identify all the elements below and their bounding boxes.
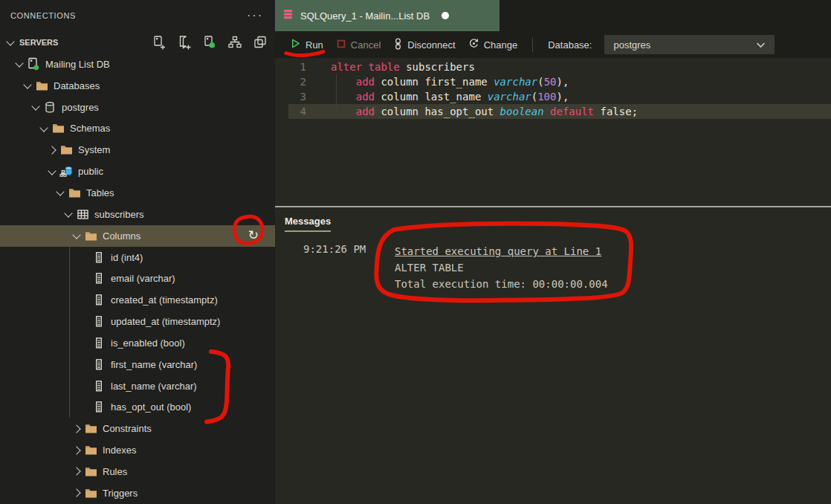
code-line[interactable]: add column first_name varchar(50), [331,74,638,89]
code-content[interactable]: alter table subscribers add column first… [331,59,638,119]
tree-item-public[interactable]: public [0,161,275,182]
chevron-placeholder [79,358,91,370]
code-line[interactable]: add column has_opt_out boolean default f… [331,104,638,119]
folder-icon [84,229,97,242]
code-token: column last_name [375,91,488,103]
new-server-group-icon[interactable] [177,35,192,50]
collapse-all-icon[interactable] [253,35,268,50]
schema-icon [59,165,73,178]
code-token: 50 [544,76,557,88]
database-value: postgres [613,39,650,51]
sql-tool-window: CONNECTIONS ··· SERVERS Mailing List DBD… [0,0,831,504]
chevron-right-icon[interactable] [71,445,83,456]
sql-editor[interactable]: 1234 alter table subscribers add column … [275,58,831,206]
tree-item-label: Mailing List DB [45,59,110,70]
message-line: Total execution time: 00:00:00.004 [395,276,608,292]
tree-item-id-int4[interactable]: id (int4) [0,247,275,268]
tree-item-mailing-list-db[interactable]: Mailing List DB [0,54,275,75]
disconnect-icon [393,38,403,52]
tab-sqlquery-1[interactable]: SQLQuery_1 - Mailin...List DB [275,0,499,31]
tree-item-label: public [78,166,103,177]
code-token: add [356,76,375,88]
tree-item-label: updated_at (timestamptz) [111,316,220,327]
tree-item-email-varchar[interactable]: email (varchar) [0,268,275,289]
chevron-right-icon[interactable] [71,487,83,499]
code-line[interactable]: alter table subscribers [331,59,638,74]
chevron-down-icon[interactable] [30,101,42,113]
tree-item-schemas[interactable]: Schemas [0,118,275,140]
server-group-view-icon[interactable] [227,35,242,50]
tree-item-updated-at-timestamptz[interactable]: updated_at (timestamptz) [0,311,275,332]
database-dropdown[interactable]: postgres [604,35,775,54]
code-token [331,106,356,117]
tree-item-is-enabled-bool[interactable]: is_enabled (bool) [0,332,275,354]
toolbar-separator [532,38,533,52]
code-token: default [550,106,594,117]
code-token: ), [556,91,569,103]
refresh-icon[interactable]: ↻ [248,230,259,242]
chevron-down-icon[interactable] [71,230,83,242]
code-token: 100 [537,91,556,103]
chevron-placeholder [79,251,91,263]
tree-item-first-name-varchar[interactable]: first_name (varchar) [0,354,275,375]
more-actions-icon[interactable]: ··· [247,12,263,19]
connections-title: CONNECTIONS [10,11,76,20]
sidebar-title-row: CONNECTIONS ··· [0,0,275,31]
chevron-down-icon[interactable] [22,80,33,91]
change-connection-button[interactable]: Change [468,38,518,51]
chevron-placeholder [79,337,91,349]
tree-item-system[interactable]: System [0,139,275,161]
code-token: add [356,106,375,117]
chevron-placeholder [79,294,91,306]
cancel-button[interactable]: Cancel [336,39,381,51]
tree-item-postgres[interactable]: postgres [0,97,275,118]
chevron-down-icon[interactable] [38,123,50,135]
tree-item-rules[interactable]: Rules [0,461,275,482]
change-connection-icon [468,38,479,51]
active-connections-icon[interactable] [202,35,217,50]
tree-item-has-opt-out-bool[interactable]: has_opt_out (bool) [0,397,275,419]
column-icon [92,336,106,349]
chevron-placeholder [79,401,91,413]
code-line[interactable]: add column last_name varchar(100), [331,89,638,104]
results-panel: Messages 9:21:26 PM Started executing qu… [275,206,831,504]
disconnect-button[interactable]: Disconnect [393,38,455,52]
tree-item-label: first_name (varchar) [111,359,197,370]
tree-item-databases[interactable]: Databases [0,75,275,97]
chevron-down-icon[interactable] [46,166,58,178]
tab-messages[interactable]: Messages [285,216,331,232]
tree-item-label: Databases [54,80,100,91]
chevron-right-icon[interactable] [71,465,83,477]
chevron-down-icon[interactable] [4,36,16,48]
tree-item-columns[interactable]: Columns↻ [0,225,275,247]
tree-item-constraints[interactable]: Constraints [0,418,275,439]
table-icon [76,207,89,221]
unsaved-dot[interactable] [442,12,449,19]
tree-item-tables[interactable]: Tables [0,182,275,204]
code-token [331,76,356,88]
tree-item-subscribers[interactable]: subscribers [0,204,275,225]
line-number: 1 [275,59,306,74]
tree-item-label: Constraints [103,423,152,434]
servers-section-header[interactable]: SERVERS [0,31,275,54]
tree-item-indexes[interactable]: Indexes [0,439,275,461]
column-icon [92,294,106,307]
message-timestamp: 9:21:26 PM [303,243,366,255]
chevron-right-icon[interactable] [71,423,83,435]
chevron-right-icon[interactable] [46,144,58,156]
tree-item-label: System [78,144,110,155]
code-token: varchar [494,76,537,88]
chevron-down-icon[interactable] [54,187,66,198]
tree-item-triggers[interactable]: Triggers [0,482,275,504]
tree-item-label: is_enabled (bool) [111,337,185,349]
run-button[interactable]: Run [290,38,323,51]
chevron-down-icon[interactable] [13,58,25,70]
tree-item-label: subscribers [94,209,143,220]
message-link[interactable]: Started executing query at Line 1 [395,243,608,259]
tree-item-last-name-varchar[interactable]: last_name (varchar) [0,375,275,397]
chevron-down-icon[interactable] [62,208,74,220]
new-connection-icon[interactable] [152,35,166,50]
run-icon [290,38,301,51]
message-line: ALTER TABLE [395,259,608,276]
tree-item-created-at-timestamptz[interactable]: created_at (timestamptz) [0,289,275,311]
